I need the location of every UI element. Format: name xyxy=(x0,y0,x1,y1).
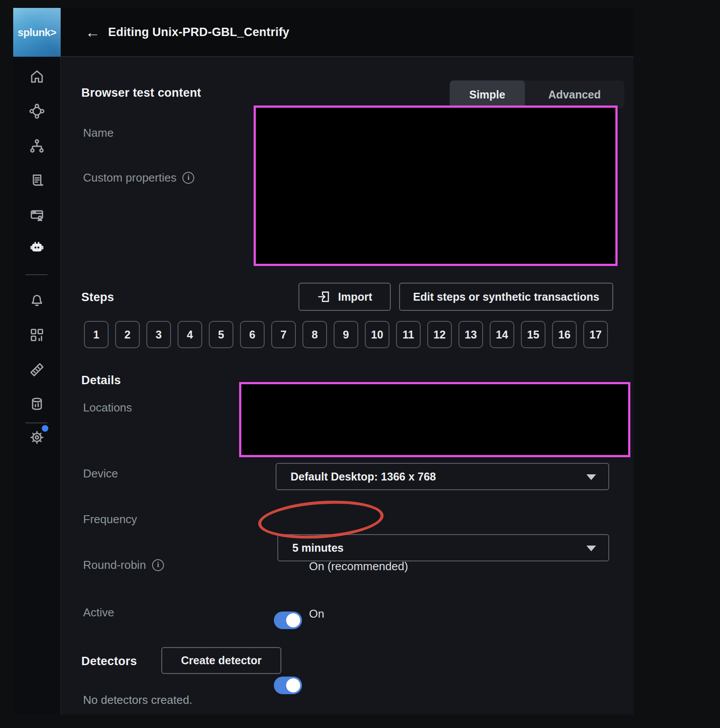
log-observer-icon[interactable] xyxy=(29,172,45,189)
rum-icon[interactable] xyxy=(29,207,45,224)
device-label: Device xyxy=(83,467,118,480)
custom-properties-row: Custom properties i xyxy=(83,171,194,184)
round-robin-status: On (recommended) xyxy=(309,559,408,573)
settings-gear-icon[interactable] xyxy=(29,429,45,446)
device-dropdown-value: Default Desktop: 1366 x 768 xyxy=(291,470,436,483)
custom-properties-label: Custom properties xyxy=(83,171,176,184)
dashboards-icon[interactable] xyxy=(29,327,45,343)
toggle-knob xyxy=(286,678,300,692)
info-icon[interactable]: i xyxy=(182,172,194,184)
settings-notification-badge xyxy=(42,425,48,432)
toggle-knob xyxy=(286,613,300,627)
synthetics-icon[interactable] xyxy=(29,238,45,255)
header: ← Editing Unix-PRD-GBL_Centrify xyxy=(61,8,633,57)
step-chip[interactable]: 17 xyxy=(583,321,608,348)
step-chip[interactable]: 4 xyxy=(178,321,202,348)
main-content: Browser test content Simple Advanced Nam… xyxy=(61,57,633,714)
step-chip[interactable]: 12 xyxy=(427,321,452,348)
step-chip[interactable]: 1 xyxy=(84,321,109,348)
section-heading-detectors: Detectors xyxy=(81,654,137,669)
home-icon[interactable] xyxy=(29,68,45,85)
import-button-label: Import xyxy=(338,291,372,303)
create-detector-button-label: Create detector xyxy=(181,654,262,667)
step-chip[interactable]: 9 xyxy=(334,321,358,348)
alerts-bell-icon[interactable] xyxy=(29,291,45,308)
splunk-logo-text: splunk> xyxy=(18,26,56,39)
redacted-name-fields-annotation xyxy=(254,106,618,266)
step-chip[interactable]: 6 xyxy=(240,321,265,348)
metrics-db-icon[interactable] xyxy=(29,396,45,412)
slo-ruler-icon[interactable] xyxy=(29,361,45,378)
round-robin-row: Round-robin i xyxy=(83,558,164,571)
edit-steps-button-label: Edit steps or synthetic transactions xyxy=(413,291,600,303)
no-detectors-text: No detectors created. xyxy=(83,693,193,706)
tab-advanced[interactable]: Advanced xyxy=(525,80,624,109)
sidebar-divider xyxy=(25,422,47,423)
page-title: Editing Unix-PRD-GBL_Centrify xyxy=(108,25,289,39)
import-button[interactable]: Import xyxy=(298,283,391,311)
create-detector-button[interactable]: Create detector xyxy=(161,647,281,674)
locations-label: Locations xyxy=(83,401,132,414)
tab-simple[interactable]: Simple xyxy=(450,80,525,109)
active-toggle[interactable] xyxy=(274,677,302,694)
chevron-down-icon xyxy=(586,474,596,480)
step-chip[interactable]: 10 xyxy=(365,321,389,348)
redacted-locations-annotation xyxy=(239,382,630,457)
splunk-logo: splunk> xyxy=(13,8,61,57)
round-robin-toggle[interactable] xyxy=(274,612,302,629)
section-heading-details: Details xyxy=(81,373,121,388)
section-heading-browser-test-content: Browser test content xyxy=(81,85,201,100)
view-mode-tabs: Simple Advanced xyxy=(450,80,624,109)
active-status: On xyxy=(309,607,324,621)
frequency-dropdown-value: 5 minutes xyxy=(292,542,344,554)
info-icon[interactable]: i xyxy=(152,559,164,571)
edit-steps-button[interactable]: Edit steps or synthetic transactions xyxy=(399,283,613,311)
active-label: Active xyxy=(83,606,114,619)
step-chip[interactable]: 8 xyxy=(302,321,327,348)
step-chips: 1234567891011121314151617 xyxy=(84,321,608,348)
apm-icon[interactable] xyxy=(29,103,45,120)
sidebar xyxy=(13,57,61,714)
section-heading-steps: Steps xyxy=(81,290,114,305)
step-chip[interactable]: 14 xyxy=(490,321,514,348)
step-chip[interactable]: 7 xyxy=(271,321,296,348)
infrastructure-icon[interactable] xyxy=(29,138,45,154)
step-chip[interactable]: 16 xyxy=(552,321,577,348)
round-robin-label: Round-robin xyxy=(83,558,146,571)
name-label: Name xyxy=(83,126,113,139)
frequency-dropdown[interactable]: 5 minutes xyxy=(277,534,609,561)
step-chip[interactable]: 11 xyxy=(396,321,421,348)
chevron-down-icon xyxy=(586,546,596,551)
step-chip[interactable]: 13 xyxy=(458,321,483,348)
step-chip[interactable]: 5 xyxy=(209,321,233,348)
step-chip[interactable]: 3 xyxy=(146,321,171,348)
step-chip[interactable]: 15 xyxy=(521,321,545,348)
import-icon xyxy=(317,290,331,304)
device-dropdown[interactable]: Default Desktop: 1366 x 768 xyxy=(276,463,609,490)
back-arrow-icon[interactable]: ← xyxy=(85,25,100,40)
step-chip[interactable]: 2 xyxy=(115,321,140,348)
sidebar-divider xyxy=(25,274,47,275)
frequency-label: Frequency xyxy=(83,513,137,526)
